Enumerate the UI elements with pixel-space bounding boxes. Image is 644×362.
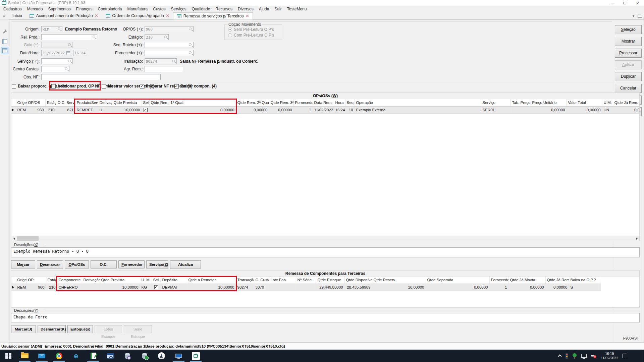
menu-sair[interactable]: Sair [272, 7, 284, 11]
form-list-icon[interactable] [1, 47, 8, 54]
col-qtde-ja-movta[interactable]: Qtde Já Movta. [508, 277, 545, 284]
tab-overflow-chevron-icon[interactable]: » [0, 13, 9, 19]
taskbar-clock[interactable]: 16:19 11/02/2022 [601, 352, 618, 360]
col-op[interactable]: OP [26, 277, 46, 284]
menu-diversos[interactable]: Diversos [235, 7, 256, 11]
tab-inicio[interactable]: Início [9, 12, 26, 19]
taskbar-dialog-app[interactable] [102, 350, 119, 362]
menu-servicos[interactable]: Serviços [168, 7, 189, 11]
ops-grid-row[interactable]: REM 960 210 821 REMRET U 10,00000 0,0000… [11, 106, 639, 113]
col-qtde-rem-3[interactable]: Qtde Rem. 3ª Qual. [269, 99, 293, 106]
menu-suprimentos[interactable]: Suprimentos [45, 7, 73, 11]
ops-oss-button[interactable]: OPs/OSs [65, 260, 89, 268]
tray-expand-icon[interactable] [558, 354, 562, 358]
menu-mercado[interactable]: Mercado [24, 7, 46, 11]
tab-close-icon[interactable]: ✕ [166, 14, 169, 18]
tab-list-dropdown-icon[interactable]: ▾ [633, 14, 634, 18]
calendar-icon[interactable] [66, 51, 70, 55]
search-icon[interactable] [68, 59, 72, 64]
radio-com-pre-leitura[interactable]: Com Pré-Leitura O.P's [228, 33, 274, 38]
col-hora[interactable]: Hora [334, 99, 345, 106]
col-qtde-a-remeter[interactable]: Qtde a Remeter [187, 277, 236, 284]
taskbar-remote-pc[interactable] [170, 350, 187, 362]
col-qtde-separada[interactable]: Qtde Separada [426, 277, 489, 284]
maximize-button[interactable] [619, 0, 631, 6]
desmarcar-k-button[interactable]: Desmarcar(K) [38, 325, 66, 333]
show-desktop-button[interactable] [642, 350, 644, 362]
horizontal-scrollbar[interactable] [11, 236, 639, 241]
search-icon[interactable] [57, 27, 62, 32]
checkbox-icon[interactable] [12, 84, 16, 88]
col-n-serie[interactable]: Nº Série [296, 277, 316, 284]
volume-muted-icon[interactable]: × [591, 354, 596, 358]
processar-button[interactable]: Processar [615, 49, 642, 58]
menu-qualidade[interactable]: Qualidade [189, 7, 213, 11]
tab-ordem-compra-agrupada[interactable]: Ordem de Compra Agrupada ✕ [102, 12, 173, 19]
menu-financas[interactable]: Finanças [73, 7, 95, 11]
tab-acompanhamento-producao[interactable]: Acompanhamento de Produção ✕ [26, 12, 102, 19]
scroll-right-button[interactable] [634, 236, 639, 241]
origem-field[interactable]: REM [41, 26, 62, 32]
marcar-j-button[interactable]: Marcar(J) [11, 325, 36, 333]
tab-close-icon[interactable]: ✕ [246, 14, 249, 18]
panel-view-icon[interactable] [1, 38, 8, 45]
marcar-button[interactable]: Marcar [11, 260, 35, 268]
menu-ajuda[interactable]: Ajuda [256, 7, 272, 11]
checkbox-icon[interactable] [51, 84, 56, 88]
col-tab-preco[interactable]: Tab. Preço [511, 99, 531, 106]
search-icon[interactable] [64, 67, 69, 71]
menu-manufatura[interactable]: Manufatura [125, 7, 151, 11]
tray-tree-icon[interactable] [572, 353, 577, 359]
fornecedor-field[interactable] [145, 50, 194, 56]
taskbar-database-run[interactable] [136, 350, 153, 362]
cancelar-button[interactable]: Cancelar [615, 84, 642, 93]
descricoes-y-text[interactable]: Chapa de Ferro [11, 313, 640, 322]
col-sel[interactable]: Sel. [142, 99, 149, 106]
row-select-checkbox[interactable] [144, 108, 148, 112]
col-lote-fab[interactable]: Lote Fab. [269, 277, 296, 284]
col-derivacao[interactable]: Derivação [98, 99, 112, 106]
hora-field[interactable]: 16:24 [73, 50, 87, 56]
row-select-checkbox[interactable] [154, 285, 158, 289]
col-qtde-disponivel[interactable]: Qtde Disponível [344, 277, 372, 284]
col-valor-total[interactable]: Valor Total [567, 99, 602, 106]
col-origem[interactable]: Origem [16, 277, 26, 284]
col-transacao[interactable]: Transação [236, 277, 254, 284]
col-estagio[interactable]: Estágio [46, 277, 57, 284]
taskbar-internet-explorer[interactable]: e [67, 350, 85, 362]
taskbar-round-app[interactable] [153, 350, 170, 362]
col-baixa-op[interactable]: Baixa na O.P.? [569, 277, 601, 284]
col-qtde-reserv[interactable]: Qtde Reserv. [372, 277, 426, 284]
col-um[interactable]: U.M. [602, 99, 613, 106]
duplicar-button[interactable]: Duplicar [615, 72, 642, 81]
rel-prod-field[interactable] [41, 34, 97, 40]
search-icon[interactable] [189, 43, 193, 47]
minimize-button[interactable] [606, 0, 619, 6]
mostrar-button[interactable]: Mostrar [615, 37, 642, 46]
col-c-custos[interactable]: C. Custos [254, 277, 269, 284]
tray-status-icon[interactable] [566, 353, 568, 359]
col-servico[interactable]: Serviço [481, 99, 511, 106]
col-oc-servico[interactable]: O.C. Serviço [56, 99, 75, 106]
col-qtde-ja-remetida[interactable]: Qtde Já Remetida [545, 277, 569, 284]
servico-field[interactable] [41, 58, 73, 64]
fornecedor-button[interactable]: Fornecedor [118, 260, 145, 268]
close-button[interactable]: × [631, 0, 644, 6]
checkbox-icon[interactable] [174, 84, 179, 88]
taskbar-senior-erp[interactable] [187, 350, 204, 362]
col-qtde-estoque[interactable]: Qtde Estoque [316, 277, 344, 284]
scrollbar-thumb[interactable] [17, 236, 39, 241]
oc-servico-button[interactable]: O.C. Serviço [91, 260, 117, 268]
col-fornecedor[interactable]: Fornecedor [489, 277, 508, 284]
atualiza-base-button[interactable]: Atualiza Base(1) [170, 260, 201, 268]
col-qtde-rem-2[interactable]: Qtde Rem. 2ª Qual. [236, 99, 269, 106]
menu-cadastros[interactable]: Cadastros [1, 7, 24, 11]
radio-sem-pre-leitura[interactable]: Sem Pré-Leitura O.P's [228, 27, 274, 32]
col-derivacao[interactable]: Derivação [82, 277, 100, 284]
tab-remessa-servicos-terceiros[interactable]: Remessa de serviços p/ Terceiros ✕ [173, 12, 253, 19]
col-data-rem[interactable]: Data Rem. [313, 99, 334, 106]
col-qtde-ja-rem[interactable]: Qtde Já Rem. [613, 99, 639, 106]
taskbar-notes-app[interactable] [85, 350, 102, 362]
col-origem[interactable]: Origem [16, 99, 26, 106]
col-qtde-prevista[interactable]: Qtde Prevista [112, 99, 142, 106]
